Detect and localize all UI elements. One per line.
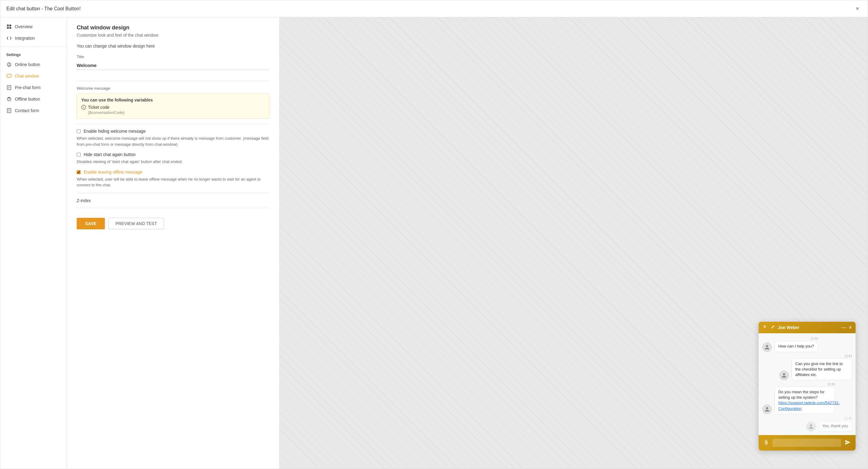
offline-button-icon — [6, 96, 12, 102]
checkbox-offline-desc: When selected, user will be able to leav… — [77, 176, 270, 188]
chat-message-1: 12:44 How can I help you? — [762, 337, 852, 352]
modal-header: Edit chat button - The Cool Button! × — [0, 0, 868, 17]
checkbox-hiding-row: Enable hiding welcome message — [77, 129, 270, 134]
variable-name-text: Ticket code — [88, 105, 110, 110]
pencil-icon[interactable] — [770, 325, 776, 330]
chat-bubble-2: Can you give me the link to the checklis… — [791, 358, 852, 380]
modal-body: Overview Integration Settings — [0, 17, 868, 469]
checkbox-hiding-label[interactable]: Enable hiding welcome message — [84, 129, 146, 134]
sidebar-item-contact-form[interactable]: Contact form — [0, 105, 67, 116]
checkbox-offline-row: Enable leaving offline message — [77, 170, 270, 175]
variable-name-row: + Ticket code — [81, 105, 265, 110]
checkbox-offline-label[interactable]: Enable leaving offline message — [84, 170, 143, 175]
section-divider-2 — [77, 124, 270, 124]
svg-rect-0 — [7, 25, 9, 26]
user-avatar-2 — [779, 371, 789, 380]
code-icon — [6, 35, 12, 41]
settings-icon[interactable] — [762, 325, 768, 330]
checkbox-offline[interactable] — [77, 170, 81, 174]
footer-buttons: SAVE PREVIEW AND TEST — [77, 213, 270, 234]
chat-input[interactable] — [773, 439, 841, 447]
chat-header-actions: — × — [841, 325, 852, 330]
variables-title: You can use the following variables — [81, 98, 265, 102]
chat-bubble-3: Do you mean the steps for setting up the… — [774, 386, 835, 414]
svg-rect-2 — [7, 27, 9, 29]
chat-header-left: Joe Weber — [762, 325, 800, 330]
contact-form-icon — [6, 108, 12, 113]
sidebar-item-offline-button[interactable]: Offline button — [0, 93, 67, 105]
section-divider-1 — [77, 81, 270, 81]
chat-body: 12:44 How can I help you? 12:44 Can you … — [758, 333, 856, 435]
chat-link[interactable]: https://support.ladesk.com/542731-Config… — [778, 401, 840, 410]
sidebar-item-online-button[interactable]: Online button — [0, 59, 67, 70]
sidebar-item-integration[interactable]: Integration — [0, 32, 67, 44]
send-button[interactable] — [843, 438, 852, 447]
z-index-label: Z-index — [77, 198, 270, 203]
checkbox-start-chat-label[interactable]: Hide start chat again button — [84, 152, 135, 157]
chat-message-3: 12:45 Do you mean the steps for setting … — [762, 383, 852, 414]
checkbox-hiding[interactable] — [77, 129, 81, 133]
preview-button[interactable]: PREVIEW AND TEST — [108, 218, 164, 229]
agent-avatar-1 — [762, 342, 772, 352]
sidebar-offline-button-label: Offline button — [15, 97, 40, 101]
sidebar: Overview Integration Settings — [0, 17, 67, 469]
checkbox-start-chat[interactable] — [77, 153, 81, 157]
sidebar-item-overview[interactable]: Overview — [0, 21, 67, 32]
attach-button[interactable] — [762, 438, 770, 447]
chat-message-4: 12:46 Yes, thank you — [762, 416, 852, 431]
plus-circle-icon: + — [81, 105, 86, 110]
chat-timestamp-4: 12:46 — [818, 416, 852, 420]
variable-item: + Ticket code {$conversationCode} — [81, 105, 265, 115]
chat-window-icon — [6, 73, 12, 79]
variable-code: {$conversationCode} — [88, 110, 265, 115]
variables-box: You can use the following variables + Ti… — [77, 94, 270, 119]
chat-bubble-wrap-3: 12:45 Do you mean the steps for setting … — [774, 383, 835, 414]
title-label: Title — [77, 55, 270, 59]
close-chat-icon[interactable]: × — [848, 325, 852, 330]
checkbox-start-chat-row: Hide start chat again button — [77, 152, 270, 157]
chat-bubble-wrap-1: 12:44 How can I help you? — [774, 337, 818, 352]
chat-bubble-wrap-2: 12:44 Can you give me the link to the ch… — [791, 354, 852, 380]
svg-rect-1 — [9, 25, 11, 26]
agent-avatar-3 — [762, 404, 772, 414]
chat-window-preview: Joe Weber — × 12:44 — [758, 322, 856, 450]
sidebar-chat-window-label: Chat window — [15, 74, 39, 79]
sidebar-overview-label: Overview — [15, 24, 32, 29]
chat-header: Joe Weber — × — [758, 322, 856, 333]
close-button[interactable]: × — [853, 4, 862, 13]
welcome-msg-label: Welcome message — [77, 86, 270, 91]
sidebar-integration-label: Integration — [15, 36, 35, 40]
modal-title: Edit chat button - The Cool Button! — [6, 6, 81, 11]
chat-timestamp-1: 12:44 — [774, 337, 818, 340]
minimize-icon[interactable]: — — [841, 325, 846, 330]
sidebar-settings-label: Settings — [0, 49, 67, 59]
main-content: Chat window design Customize look and fe… — [67, 17, 279, 469]
sidebar-online-button-label: Online button — [15, 62, 40, 67]
section-divider-4 — [77, 208, 270, 208]
chat-bubble-4: Yes, thank you — [818, 420, 852, 431]
preview-area: Joe Weber — × 12:44 — [279, 17, 868, 469]
section-divider-3 — [77, 193, 270, 193]
chat-bubble-wrap-4: 12:46 Yes, thank you — [818, 416, 852, 431]
title-input[interactable] — [77, 61, 270, 70]
checkbox-hiding-desc: When selected, welcome message will not … — [77, 135, 270, 147]
user-avatar-4 — [806, 422, 816, 431]
section-desc: You can change chat window design here — [77, 43, 270, 49]
chat-message-2: 12:44 Can you give me the link to the ch… — [762, 354, 852, 380]
section-subtitle: Customize look and feel of the chat wind… — [77, 33, 270, 38]
sidebar-item-pre-chat-form[interactable]: Pre-chat form — [0, 82, 67, 93]
sidebar-item-chat-window[interactable]: Chat window — [0, 70, 67, 82]
grid-icon — [6, 24, 12, 29]
checkbox-start-chat-desc: Disables viewing of 'start chat again' b… — [77, 159, 270, 165]
online-button-icon — [6, 62, 12, 67]
chat-bubble-1: How can I help you? — [774, 341, 818, 352]
pre-chat-form-icon — [6, 85, 12, 90]
chat-agent-name: Joe Weber — [778, 325, 800, 330]
section-title: Chat window design — [77, 25, 270, 31]
chat-timestamp-3: 12:45 — [774, 383, 835, 386]
chat-input-area — [758, 435, 856, 450]
svg-rect-3 — [9, 27, 11, 29]
save-button[interactable]: SAVE — [77, 218, 105, 229]
chat-timestamp-2: 12:44 — [791, 354, 852, 358]
sidebar-contact-form-label: Contact form — [15, 108, 39, 113]
